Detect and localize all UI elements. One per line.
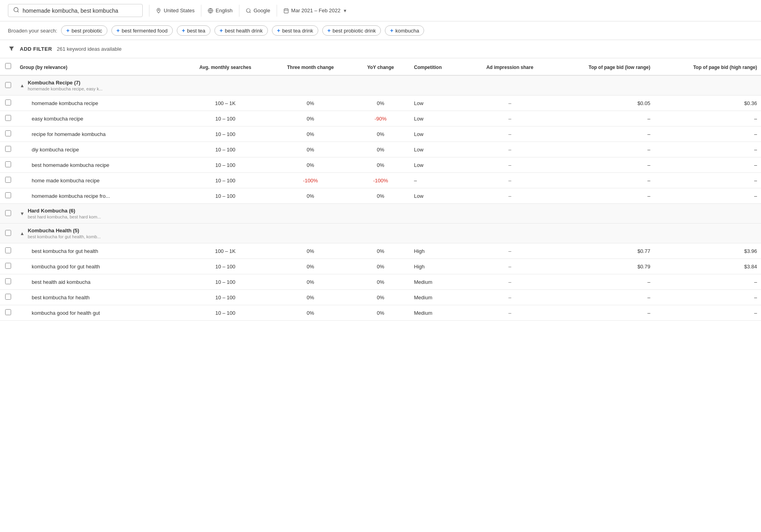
group-sub: best kombucha for gut health, komb...: [28, 234, 101, 239]
bid-high-val: –: [654, 126, 761, 142]
three-month-val: 0%: [270, 305, 351, 321]
broaden-chip-label-6: kombucha: [395, 28, 419, 34]
keyword-checkbox-3[interactable]: [5, 130, 11, 136]
keyword-checkbox-cell[interactable]: [0, 243, 16, 259]
search-input[interactable]: [23, 8, 134, 14]
calendar-icon: [283, 8, 289, 13]
broaden-chip-label-2: best tea: [187, 28, 205, 34]
table-row: best homemade kombucha recipe 10 – 100 0…: [0, 157, 761, 173]
keyword-name: best health aid kombucha: [16, 274, 181, 290]
keyword-checkbox-7[interactable]: [5, 192, 11, 198]
broaden-chip-best-probiotic[interactable]: + best probiotic: [61, 25, 107, 36]
keyword-checkbox-cell[interactable]: [0, 96, 16, 111]
keyword-checkbox-13[interactable]: [5, 294, 11, 300]
avg-monthly-val: 10 – 100: [181, 142, 270, 157]
language-filter[interactable]: English: [208, 8, 233, 13]
broaden-chip-best-tea[interactable]: + best tea: [177, 25, 210, 36]
table-group-row: ▲ Kombucha Recipe (7) homemade kombucha …: [0, 75, 761, 96]
keyword-checkbox-cell[interactable]: [0, 126, 16, 142]
keyword-name: best kombucha for gut health: [16, 243, 181, 259]
group-checkbox-cell[interactable]: [0, 224, 16, 243]
filter-bar: ADD FILTER 261 keyword ideas available: [0, 40, 761, 58]
collapse-btn[interactable]: ▲: [20, 231, 25, 236]
bid-low-val: –: [551, 305, 654, 321]
group-name-cell: ▲ Kombucha Recipe (7) homemade kombucha …: [16, 75, 761, 96]
bid-high-val: –: [654, 188, 761, 204]
avg-monthly-val: 10 – 100: [181, 274, 270, 290]
three-month-val: 0%: [270, 157, 351, 173]
broaden-chip-best-probiotic-drink[interactable]: + best probiotic drink: [322, 25, 381, 36]
keyword-table-container: Group (by relevance) Avg. monthly search…: [0, 58, 761, 321]
svg-point-2: [158, 9, 159, 10]
avg-monthly-val: 10 – 100: [181, 157, 270, 173]
group-checkbox-9[interactable]: [5, 230, 11, 236]
group-checkbox-8[interactable]: [5, 210, 11, 216]
svg-point-0: [14, 8, 18, 12]
keyword-checkbox-10[interactable]: [5, 247, 11, 253]
search-input-wrapper[interactable]: [8, 4, 143, 17]
keyword-checkbox-cell[interactable]: [0, 111, 16, 126]
bid-high-val: $3.96: [654, 243, 761, 259]
ad-impression-val: –: [469, 157, 551, 173]
keyword-checkbox-cell[interactable]: [0, 188, 16, 204]
yoy-val: 0%: [351, 96, 410, 111]
keyword-checkbox-11[interactable]: [5, 263, 11, 269]
yoy-val: 0%: [351, 142, 410, 157]
svg-rect-5: [284, 9, 288, 13]
table-row: homemade kombucha recipe fro... 10 – 100…: [0, 188, 761, 204]
broaden-chip-best-fermented-food[interactable]: + best fermented food: [111, 25, 173, 36]
avg-monthly-val: 10 – 100: [181, 111, 270, 126]
keyword-checkbox-cell[interactable]: [0, 305, 16, 321]
group-name: Kombucha Recipe (7): [28, 80, 103, 86]
select-all-checkbox[interactable]: [5, 63, 11, 69]
keyword-checkbox-cell[interactable]: [0, 142, 16, 157]
location-filter[interactable]: United States: [156, 8, 195, 13]
keyword-checkbox-cell[interactable]: [0, 173, 16, 188]
header-checkbox-cell[interactable]: [0, 58, 16, 75]
keyword-checkbox-4[interactable]: [5, 146, 11, 152]
yoy-val: 0%: [351, 305, 410, 321]
broaden-chip-kombucha[interactable]: + kombucha: [385, 25, 424, 36]
expand-btn[interactable]: ▼: [20, 211, 25, 216]
engine-filter[interactable]: Google: [246, 8, 270, 13]
table-row: best kombucha for health 10 – 100 0% 0% …: [0, 290, 761, 305]
broaden-chip-best-health-drink[interactable]: + best health drink: [214, 25, 268, 36]
bid-low-val: –: [551, 188, 654, 204]
keyword-checkbox-cell[interactable]: [0, 290, 16, 305]
group-checkbox-cell[interactable]: [0, 204, 16, 224]
plus-icon-5: +: [327, 27, 331, 34]
group-name-cell: ▼ Hard Kombucha (6) best hard kombucha, …: [16, 204, 761, 224]
keyword-checkbox-2[interactable]: [5, 115, 11, 121]
broaden-search-bar: Broaden your search: + best probiotic + …: [0, 21, 761, 40]
date-filter[interactable]: Mar 2021 – Feb 2022 ▼: [283, 8, 347, 13]
header-group: Group (by relevance): [16, 58, 181, 75]
competition-val: Medium: [410, 274, 469, 290]
yoy-val: 0%: [351, 290, 410, 305]
keyword-name: kombucha good for gut health: [16, 259, 181, 274]
keyword-checkbox-5[interactable]: [5, 161, 11, 167]
keyword-name: home made kombucha recipe: [16, 173, 181, 188]
add-filter-button[interactable]: ADD FILTER: [20, 46, 52, 52]
broaden-chip-best-tea-drink[interactable]: + best tea drink: [272, 25, 318, 36]
three-month-val: 0%: [270, 188, 351, 204]
keyword-checkbox-6[interactable]: [5, 177, 11, 183]
bid-high-val: –: [654, 305, 761, 321]
group-name: Hard Kombucha (6): [28, 208, 101, 214]
collapse-btn[interactable]: ▲: [20, 83, 25, 88]
group-checkbox-cell[interactable]: [0, 75, 16, 96]
group-checkbox-0[interactable]: [5, 82, 11, 88]
broaden-chip-label-3: best health drink: [225, 28, 262, 34]
keyword-checkbox-cell[interactable]: [0, 259, 16, 274]
plus-icon-4: +: [277, 27, 280, 34]
avg-monthly-val: 10 – 100: [181, 290, 270, 305]
location-label: United States: [164, 8, 195, 13]
keyword-checkbox-14[interactable]: [5, 309, 11, 315]
keyword-checkbox-cell[interactable]: [0, 157, 16, 173]
keyword-checkbox-1[interactable]: [5, 100, 11, 105]
bid-low-val: $0.05: [551, 96, 654, 111]
table-row: diy kombucha recipe 10 – 100 0% 0% Low –…: [0, 142, 761, 157]
bid-high-val: –: [654, 142, 761, 157]
keyword-checkbox-cell[interactable]: [0, 274, 16, 290]
keyword-checkbox-12[interactable]: [5, 278, 11, 284]
ad-impression-val: –: [469, 126, 551, 142]
